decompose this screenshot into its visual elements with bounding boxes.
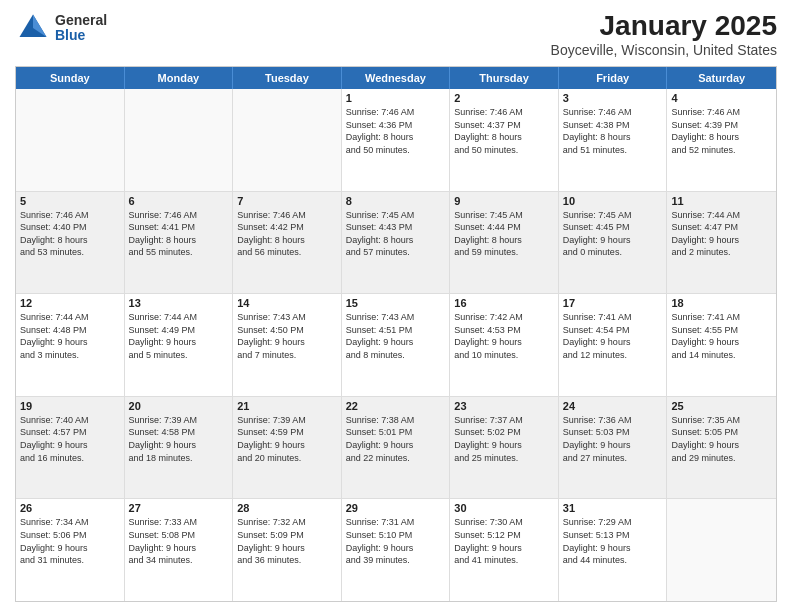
page-subtitle: Boyceville, Wisconsin, United States (551, 42, 777, 58)
calendar-cell: 10Sunrise: 7:45 AM Sunset: 4:45 PM Dayli… (559, 192, 668, 294)
cell-info: Sunrise: 7:42 AM Sunset: 4:53 PM Dayligh… (454, 311, 554, 361)
day-name-friday: Friday (559, 67, 668, 89)
logo-text: General Blue (55, 13, 107, 44)
cell-info: Sunrise: 7:46 AM Sunset: 4:42 PM Dayligh… (237, 209, 337, 259)
cell-info: Sunrise: 7:38 AM Sunset: 5:01 PM Dayligh… (346, 414, 446, 464)
calendar-cell (233, 89, 342, 191)
cell-info: Sunrise: 7:46 AM Sunset: 4:38 PM Dayligh… (563, 106, 663, 156)
calendar-cell (16, 89, 125, 191)
calendar-cell: 13Sunrise: 7:44 AM Sunset: 4:49 PM Dayli… (125, 294, 234, 396)
cell-date: 18 (671, 297, 772, 309)
cell-date: 23 (454, 400, 554, 412)
logo-icon (15, 10, 51, 46)
cell-date: 12 (20, 297, 120, 309)
cell-date: 4 (671, 92, 772, 104)
calendar-row-1: 5Sunrise: 7:46 AM Sunset: 4:40 PM Daylig… (16, 191, 776, 294)
cell-info: Sunrise: 7:44 AM Sunset: 4:49 PM Dayligh… (129, 311, 229, 361)
cell-info: Sunrise: 7:34 AM Sunset: 5:06 PM Dayligh… (20, 516, 120, 566)
cell-date: 16 (454, 297, 554, 309)
header: General Blue January 2025 Boyceville, Wi… (15, 10, 777, 58)
cell-date: 30 (454, 502, 554, 514)
cell-date: 26 (20, 502, 120, 514)
cell-date: 2 (454, 92, 554, 104)
cell-info: Sunrise: 7:30 AM Sunset: 5:12 PM Dayligh… (454, 516, 554, 566)
cell-info: Sunrise: 7:35 AM Sunset: 5:05 PM Dayligh… (671, 414, 772, 464)
calendar-cell: 9Sunrise: 7:45 AM Sunset: 4:44 PM Daylig… (450, 192, 559, 294)
cell-info: Sunrise: 7:37 AM Sunset: 5:02 PM Dayligh… (454, 414, 554, 464)
cell-date: 8 (346, 195, 446, 207)
cell-date: 11 (671, 195, 772, 207)
title-block: January 2025 Boyceville, Wisconsin, Unit… (551, 10, 777, 58)
calendar-cell: 22Sunrise: 7:38 AM Sunset: 5:01 PM Dayli… (342, 397, 451, 499)
cell-info: Sunrise: 7:46 AM Sunset: 4:41 PM Dayligh… (129, 209, 229, 259)
cell-info: Sunrise: 7:32 AM Sunset: 5:09 PM Dayligh… (237, 516, 337, 566)
cell-info: Sunrise: 7:46 AM Sunset: 4:36 PM Dayligh… (346, 106, 446, 156)
cell-info: Sunrise: 7:39 AM Sunset: 4:59 PM Dayligh… (237, 414, 337, 464)
cell-info: Sunrise: 7:31 AM Sunset: 5:10 PM Dayligh… (346, 516, 446, 566)
cell-date: 17 (563, 297, 663, 309)
cell-info: Sunrise: 7:44 AM Sunset: 4:47 PM Dayligh… (671, 209, 772, 259)
calendar-cell: 30Sunrise: 7:30 AM Sunset: 5:12 PM Dayli… (450, 499, 559, 601)
calendar-cell: 15Sunrise: 7:43 AM Sunset: 4:51 PM Dayli… (342, 294, 451, 396)
calendar-cell: 20Sunrise: 7:39 AM Sunset: 4:58 PM Dayli… (125, 397, 234, 499)
cell-date: 1 (346, 92, 446, 104)
calendar-cell: 29Sunrise: 7:31 AM Sunset: 5:10 PM Dayli… (342, 499, 451, 601)
cell-date: 15 (346, 297, 446, 309)
cell-info: Sunrise: 7:46 AM Sunset: 4:39 PM Dayligh… (671, 106, 772, 156)
day-name-wednesday: Wednesday (342, 67, 451, 89)
calendar-cell: 5Sunrise: 7:46 AM Sunset: 4:40 PM Daylig… (16, 192, 125, 294)
calendar-cell: 28Sunrise: 7:32 AM Sunset: 5:09 PM Dayli… (233, 499, 342, 601)
calendar-cell: 3Sunrise: 7:46 AM Sunset: 4:38 PM Daylig… (559, 89, 668, 191)
cell-date: 31 (563, 502, 663, 514)
page-title: January 2025 (551, 10, 777, 42)
calendar-cell (667, 499, 776, 601)
cell-info: Sunrise: 7:43 AM Sunset: 4:50 PM Dayligh… (237, 311, 337, 361)
calendar-header: SundayMondayTuesdayWednesdayThursdayFrid… (16, 67, 776, 89)
cell-info: Sunrise: 7:41 AM Sunset: 4:54 PM Dayligh… (563, 311, 663, 361)
calendar-cell: 25Sunrise: 7:35 AM Sunset: 5:05 PM Dayli… (667, 397, 776, 499)
calendar-row-2: 12Sunrise: 7:44 AM Sunset: 4:48 PM Dayli… (16, 293, 776, 396)
cell-info: Sunrise: 7:45 AM Sunset: 4:45 PM Dayligh… (563, 209, 663, 259)
calendar-cell (125, 89, 234, 191)
calendar-cell: 21Sunrise: 7:39 AM Sunset: 4:59 PM Dayli… (233, 397, 342, 499)
cell-info: Sunrise: 7:43 AM Sunset: 4:51 PM Dayligh… (346, 311, 446, 361)
calendar-cell: 18Sunrise: 7:41 AM Sunset: 4:55 PM Dayli… (667, 294, 776, 396)
calendar-cell: 6Sunrise: 7:46 AM Sunset: 4:41 PM Daylig… (125, 192, 234, 294)
cell-date: 20 (129, 400, 229, 412)
calendar: SundayMondayTuesdayWednesdayThursdayFrid… (15, 66, 777, 602)
cell-date: 25 (671, 400, 772, 412)
cell-date: 6 (129, 195, 229, 207)
calendar-cell: 4Sunrise: 7:46 AM Sunset: 4:39 PM Daylig… (667, 89, 776, 191)
cell-date: 10 (563, 195, 663, 207)
cell-date: 3 (563, 92, 663, 104)
day-name-sunday: Sunday (16, 67, 125, 89)
page: General Blue January 2025 Boyceville, Wi… (0, 0, 792, 612)
cell-date: 24 (563, 400, 663, 412)
calendar-cell: 7Sunrise: 7:46 AM Sunset: 4:42 PM Daylig… (233, 192, 342, 294)
cell-date: 29 (346, 502, 446, 514)
logo: General Blue (15, 10, 107, 46)
calendar-cell: 2Sunrise: 7:46 AM Sunset: 4:37 PM Daylig… (450, 89, 559, 191)
calendar-cell: 24Sunrise: 7:36 AM Sunset: 5:03 PM Dayli… (559, 397, 668, 499)
cell-date: 5 (20, 195, 120, 207)
calendar-cell: 14Sunrise: 7:43 AM Sunset: 4:50 PM Dayli… (233, 294, 342, 396)
calendar-row-0: 1Sunrise: 7:46 AM Sunset: 4:36 PM Daylig… (16, 89, 776, 191)
cell-date: 9 (454, 195, 554, 207)
day-name-tuesday: Tuesday (233, 67, 342, 89)
calendar-body: 1Sunrise: 7:46 AM Sunset: 4:36 PM Daylig… (16, 89, 776, 601)
day-name-thursday: Thursday (450, 67, 559, 89)
cell-info: Sunrise: 7:40 AM Sunset: 4:57 PM Dayligh… (20, 414, 120, 464)
cell-date: 14 (237, 297, 337, 309)
cell-date: 27 (129, 502, 229, 514)
calendar-row-4: 26Sunrise: 7:34 AM Sunset: 5:06 PM Dayli… (16, 498, 776, 601)
calendar-cell: 11Sunrise: 7:44 AM Sunset: 4:47 PM Dayli… (667, 192, 776, 294)
logo-blue-text: Blue (55, 28, 107, 43)
cell-info: Sunrise: 7:39 AM Sunset: 4:58 PM Dayligh… (129, 414, 229, 464)
cell-info: Sunrise: 7:44 AM Sunset: 4:48 PM Dayligh… (20, 311, 120, 361)
logo-general-text: General (55, 13, 107, 28)
cell-date: 19 (20, 400, 120, 412)
cell-info: Sunrise: 7:41 AM Sunset: 4:55 PM Dayligh… (671, 311, 772, 361)
day-name-saturday: Saturday (667, 67, 776, 89)
calendar-cell: 31Sunrise: 7:29 AM Sunset: 5:13 PM Dayli… (559, 499, 668, 601)
cell-info: Sunrise: 7:36 AM Sunset: 5:03 PM Dayligh… (563, 414, 663, 464)
